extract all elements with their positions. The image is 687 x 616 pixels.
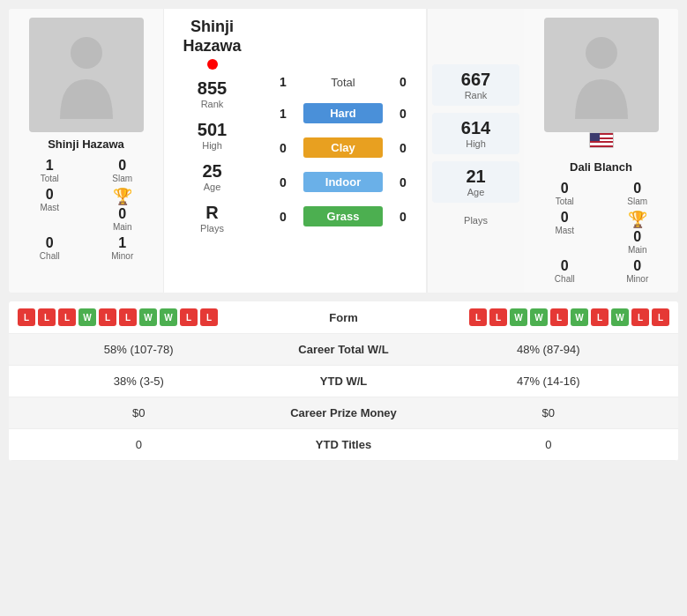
hard-button[interactable]: Hard — [303, 103, 383, 123]
left-chall-value: 0 — [46, 235, 54, 251]
right-high-value: 614 — [437, 118, 514, 138]
form-badge: L — [180, 308, 198, 326]
stats-center-label: YTD W/L — [256, 375, 432, 388]
right-player-avatar — [544, 18, 659, 132]
form-badge: W — [530, 308, 548, 326]
left-player-stats: 1 Total 0 Slam 0 Mast 🏆 0 Main 0 — [13, 158, 159, 261]
left-slam-value: 0 — [118, 158, 126, 174]
form-badge: L — [469, 308, 487, 326]
left-trophy-icon: 🏆 — [113, 187, 132, 206]
stats-row: 38% (3-5)YTD W/L47% (14-16) — [9, 366, 678, 397]
right-player-panel: Dali Blanch 0 Total 0 Slam 0 Mast 🏆 0 M — [524, 9, 678, 293]
right-mast-cell: 0 Mast — [528, 210, 601, 255]
stats-right-value: 47% (14-16) — [432, 375, 666, 388]
form-badge: W — [160, 308, 177, 326]
form-badge: L — [591, 308, 609, 326]
stats-table: 58% (107-78)Career Total W/L48% (87-94)3… — [9, 334, 678, 461]
right-chall-value: 0 — [561, 258, 569, 274]
left-minor-value: 1 — [118, 235, 126, 251]
form-badge: L — [550, 308, 568, 326]
left-total-label: Total — [41, 174, 59, 183]
comparison-section: Shinji Hazawa 1 Total 0 Slam 0 Mast 🏆 0 — [9, 9, 678, 293]
clay-button[interactable]: Clay — [303, 137, 383, 158]
right-age-label: Age — [437, 187, 514, 197]
form-badge: W — [139, 308, 157, 326]
left-slam-label: Slam — [112, 174, 132, 183]
right-total-value: 0 — [561, 181, 569, 197]
left-chall-cell: 0 Chall — [13, 235, 86, 261]
left-player-avatar — [29, 18, 144, 132]
clay-right-score: 0 — [390, 141, 416, 155]
right-total-score: 0 — [390, 75, 416, 89]
form-badge: W — [571, 308, 588, 326]
left-high-label: High — [202, 140, 222, 151]
clay-left-score: 0 — [270, 141, 296, 155]
right-player-stats: 0 Total 0 Slam 0 Mast 🏆 0 Main 0 — [528, 181, 674, 284]
right-form-badges: LLWWLWLWLL — [414, 308, 670, 326]
grass-button[interactable]: Grass — [303, 206, 383, 226]
total-label: Total — [303, 76, 383, 89]
right-mast-value: 0 — [561, 210, 569, 226]
left-main-cell: 🏆 0 Main — [86, 187, 160, 232]
form-badge: L — [38, 308, 56, 326]
stats-left-value: 38% (3-5) — [22, 375, 256, 388]
left-minor-cell: 1 Minor — [86, 235, 160, 261]
left-mast-value: 0 — [46, 187, 54, 203]
left-player-name: Shinji Hazawa — [48, 137, 124, 151]
left-total-cell: 1 Total — [13, 158, 86, 183]
form-badge: L — [58, 308, 76, 326]
indoor-row: 0 Indoor 0 — [260, 172, 426, 192]
left-high-value: 501 — [198, 120, 227, 140]
right-slam-cell: 0 Slam — [601, 181, 675, 206]
form-badge: L — [99, 308, 116, 326]
indoor-button[interactable]: Indoor — [303, 172, 383, 192]
main-container: Shinji Hazawa 1 Total 0 Slam 0 Mast 🏆 0 — [0, 0, 687, 470]
left-plays-label: Plays — [200, 223, 224, 234]
right-rank-label: Rank — [437, 90, 514, 100]
stats-left-value: 0 — [22, 438, 256, 451]
left-age-label: Age — [204, 182, 221, 192]
left-player-panel: Shinji Hazawa 1 Total 0 Slam 0 Mast 🏆 0 — [9, 9, 163, 293]
form-row: LLLWLLWWLL Form LLWWLWLWLL — [9, 301, 678, 334]
grass-row: 0 Grass 0 — [260, 206, 426, 226]
right-main-value: 0 — [633, 229, 641, 245]
indoor-left-score: 0 — [270, 175, 296, 189]
right-chall-label: Chall — [555, 274, 575, 284]
left-total-score: 1 — [270, 75, 296, 89]
left-flag — [207, 59, 218, 70]
left-player-title: Shinji Hazawa — [168, 18, 256, 56]
hard-row: 1 Hard 0 — [260, 103, 426, 123]
left-slam-cell: 0 Slam — [86, 158, 160, 183]
stats-right-value: $0 — [432, 406, 666, 419]
left-high-box: 501 High — [168, 120, 256, 151]
left-rank-box: 855 Rank — [168, 78, 256, 109]
stats-left-value: $0 — [22, 406, 256, 419]
left-plays-box: R Plays — [168, 203, 256, 234]
right-main-cell: 🏆 0 Main — [601, 210, 675, 255]
left-age-box: 25 Age — [168, 161, 256, 192]
left-plays-value: R — [205, 203, 218, 223]
stats-row: 0YTD Titles0 — [9, 429, 678, 461]
left-mast-cell: 0 Mast — [13, 187, 86, 232]
form-badge: W — [611, 308, 629, 326]
stats-right-value: 48% (87-94) — [432, 343, 666, 356]
stats-right-value: 0 — [432, 438, 666, 451]
right-plays-box: Plays — [432, 210, 519, 231]
form-badge: L — [631, 308, 649, 326]
stats-center-label: Career Total W/L — [256, 343, 432, 356]
grass-left-score: 0 — [270, 210, 296, 224]
form-badge: L — [489, 308, 507, 326]
right-mast-label: Mast — [555, 226, 574, 235]
bottom-section: LLLWLLWWLL Form LLWWLWLWLL 58% (107-78)C… — [9, 301, 678, 461]
right-chall-cell: 0 Chall — [528, 258, 601, 284]
right-rank-value: 667 — [437, 70, 514, 90]
right-main-label: Main — [628, 245, 647, 255]
left-mast-label: Mast — [40, 203, 59, 212]
right-slam-value: 0 — [633, 181, 641, 197]
right-slam-label: Slam — [627, 197, 647, 206]
hard-right-score: 0 — [390, 107, 416, 121]
form-badge: L — [652, 308, 669, 326]
left-main-label: Main — [113, 222, 132, 232]
right-total-cell: 0 Total — [528, 181, 601, 206]
stats-center-label: YTD Titles — [256, 438, 432, 451]
